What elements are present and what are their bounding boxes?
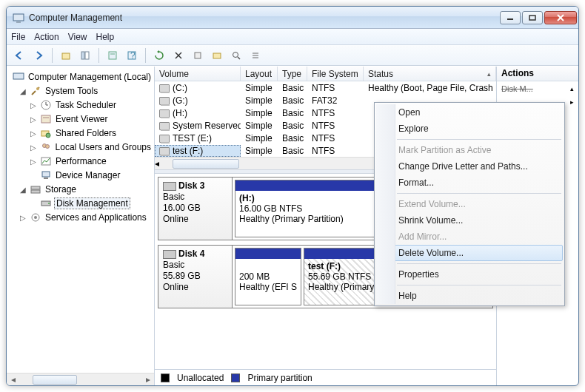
menu-delete-volume[interactable]: Delete Volume... bbox=[376, 245, 563, 261]
svg-point-39 bbox=[48, 203, 50, 204]
legend-unallocated: Unallocated bbox=[177, 373, 224, 383]
tree-services-apps[interactable]: Services and Applications bbox=[44, 212, 148, 223]
svg-point-32 bbox=[45, 145, 49, 149]
col-layout[interactable]: Layout bbox=[241, 67, 278, 81]
computer-icon bbox=[13, 71, 24, 83]
up-button[interactable] bbox=[58, 47, 74, 64]
col-filesystem[interactable]: File System bbox=[307, 67, 364, 81]
toolbar: ? bbox=[7, 45, 578, 66]
window-title: Computer Management bbox=[29, 13, 500, 23]
disk-info[interactable]: Disk 3 Basic 16.00 GB Online bbox=[158, 178, 233, 240]
legend-primary: Primary partition bbox=[247, 373, 312, 383]
svg-point-17 bbox=[233, 52, 238, 57]
svg-rect-0 bbox=[13, 14, 24, 21]
menu-view[interactable]: View bbox=[68, 32, 87, 42]
svg-rect-22 bbox=[13, 73, 24, 79]
col-status[interactable]: Status▴ bbox=[364, 67, 496, 81]
tree-event-viewer[interactable]: Event Viewer bbox=[54, 114, 109, 124]
tree-storage[interactable]: Storage bbox=[44, 184, 78, 195]
app-icon bbox=[13, 12, 24, 24]
storage-icon bbox=[30, 183, 41, 195]
menu-shrink-volume[interactable]: Shrink Volume... bbox=[376, 212, 563, 229]
device-manager-icon bbox=[40, 169, 52, 181]
svg-line-18 bbox=[238, 57, 240, 59]
list-icon[interactable] bbox=[247, 47, 264, 64]
event-viewer-icon bbox=[40, 113, 52, 125]
svg-rect-37 bbox=[31, 190, 40, 193]
collapse-icon[interactable]: ▴ bbox=[570, 85, 574, 92]
svg-point-23 bbox=[36, 87, 39, 90]
legend: Unallocated Primary partition bbox=[155, 369, 496, 385]
menu-add-mirror: Add Mirror... bbox=[376, 229, 563, 245]
collapse-icon[interactable]: ◢ bbox=[19, 186, 27, 194]
expand-icon[interactable]: ▷ bbox=[29, 143, 38, 152]
menu-open[interactable]: Open bbox=[376, 104, 563, 121]
tree-disk-management[interactable]: Disk Management bbox=[54, 197, 130, 209]
svg-rect-15 bbox=[195, 53, 201, 58]
volume-list-header: Volume Layout Type File System Status▴ bbox=[155, 67, 496, 81]
tree-task-scheduler[interactable]: Task Scheduler bbox=[54, 100, 118, 110]
tools-icon bbox=[30, 85, 41, 97]
volume-icon bbox=[159, 97, 170, 105]
tree-shared-folders[interactable]: Shared Folders bbox=[54, 128, 118, 138]
menu-properties[interactable]: Properties bbox=[376, 266, 563, 283]
close-button[interactable] bbox=[544, 11, 577, 24]
col-volume[interactable]: Volume bbox=[155, 67, 241, 81]
collapse-icon[interactable]: ◢ bbox=[19, 87, 27, 95]
menu-help[interactable]: Help bbox=[96, 32, 115, 42]
services-icon bbox=[30, 212, 41, 223]
titlebar[interactable]: Computer Management bbox=[7, 7, 578, 29]
maximize-button[interactable] bbox=[522, 11, 543, 24]
sort-indicator-icon: ▴ bbox=[487, 70, 491, 78]
menu-file[interactable]: File bbox=[11, 32, 25, 42]
menu-help[interactable]: Help bbox=[376, 288, 563, 304]
settings-icon[interactable] bbox=[190, 47, 206, 64]
tree-local-users[interactable]: Local Users and Groups bbox=[54, 142, 153, 152]
disk-info[interactable]: Disk 4 Basic 55.89 GB Online bbox=[158, 246, 233, 308]
menu-change-letter[interactable]: Change Drive Letter and Paths... bbox=[376, 158, 563, 175]
tree-performance[interactable]: Performance bbox=[54, 156, 108, 166]
legend-swatch-unallocated bbox=[161, 374, 170, 382]
legend-swatch-primary bbox=[231, 374, 240, 382]
help-button[interactable]: ? bbox=[124, 47, 140, 64]
expand-icon[interactable]: ▷ bbox=[29, 101, 38, 109]
partition[interactable]: 200 MBHealthy (EFI System Partition) bbox=[235, 248, 301, 305]
minimize-button[interactable] bbox=[500, 11, 521, 24]
menu-explore[interactable]: Explore bbox=[376, 121, 563, 137]
refresh-button[interactable] bbox=[151, 47, 167, 64]
disk-icon bbox=[163, 250, 176, 259]
svg-rect-6 bbox=[62, 53, 70, 59]
svg-rect-34 bbox=[42, 172, 50, 177]
forward-button[interactable] bbox=[30, 47, 47, 64]
expand-icon[interactable]: ▷ bbox=[29, 115, 38, 124]
delete-button[interactable] bbox=[170, 47, 187, 64]
menu-mark-active: Mark Partition as Active bbox=[376, 142, 563, 158]
tree-scrollbar[interactable]: ◂▸ bbox=[7, 373, 154, 385]
volume-icon bbox=[159, 84, 170, 92]
expand-icon[interactable]: ▷ bbox=[29, 158, 38, 166]
search-icon[interactable] bbox=[228, 47, 244, 64]
menu-extend-volume: Extend Volume... bbox=[376, 196, 563, 212]
volume-icon bbox=[159, 135, 170, 143]
back-button[interactable] bbox=[11, 47, 27, 64]
expand-icon[interactable]: ▷ bbox=[19, 214, 27, 222]
volume-icon bbox=[159, 122, 170, 130]
svg-rect-3 bbox=[529, 16, 535, 20]
col-type[interactable]: Type bbox=[278, 67, 307, 81]
folder-icon[interactable] bbox=[209, 47, 225, 64]
expand-icon[interactable]: ▸ bbox=[570, 98, 574, 106]
svg-point-30 bbox=[46, 133, 50, 138]
expand-icon[interactable]: ▷ bbox=[29, 129, 38, 138]
menu-action[interactable]: Action bbox=[34, 32, 58, 42]
properties-button[interactable] bbox=[104, 47, 121, 64]
show-hide-tree-button[interactable] bbox=[77, 47, 93, 64]
svg-rect-8 bbox=[85, 52, 89, 59]
tree-device-manager[interactable]: Device Manager bbox=[54, 170, 121, 180]
volume-row[interactable]: (C:)SimpleBasicNTFSHealthy (Boot, Page F… bbox=[155, 81, 496, 94]
tree-root[interactable]: Computer Management (Local) bbox=[27, 72, 153, 82]
tree-system-tools[interactable]: System Tools bbox=[44, 86, 99, 96]
svg-point-41 bbox=[34, 216, 37, 219]
menu-format[interactable]: Format... bbox=[376, 175, 563, 191]
svg-rect-36 bbox=[31, 186, 40, 189]
svg-rect-27 bbox=[41, 115, 50, 123]
